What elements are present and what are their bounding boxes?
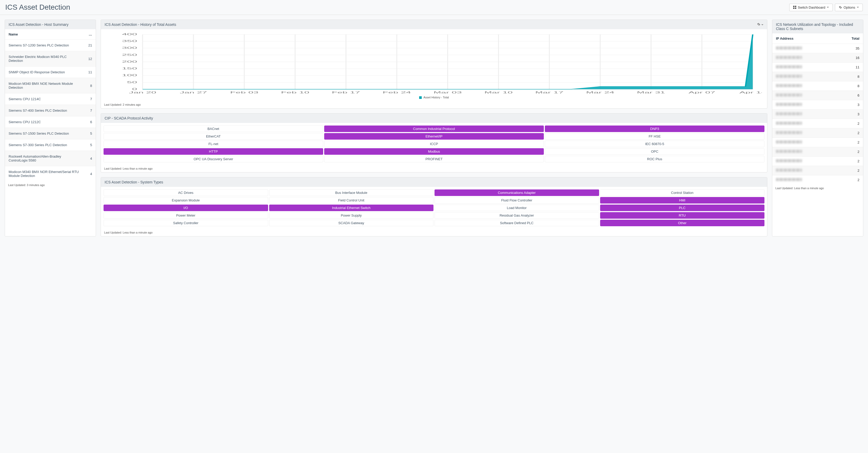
svg-text:100: 100 xyxy=(122,74,137,77)
svg-text:Mar 10: Mar 10 xyxy=(484,91,513,94)
table-row[interactable]: 11 xyxy=(772,62,863,72)
table-row[interactable]: 2 xyxy=(772,119,863,128)
svg-text:Apr 14: Apr 14 xyxy=(739,91,762,94)
system-type-cell[interactable]: Other xyxy=(600,220,765,226)
table-row[interactable]: Siemens S7-1500 Series PLC Detection5 xyxy=(5,128,96,139)
row-name: Siemens CPU 1214C xyxy=(9,97,82,101)
system-type-cell[interactable]: RTU xyxy=(600,212,765,219)
protocol-cell[interactable]: ICCP xyxy=(324,141,544,147)
system-type-cell[interactable]: Power Supply xyxy=(269,212,434,219)
system-type-cell[interactable]: PLC xyxy=(600,205,765,211)
svg-text:250: 250 xyxy=(122,54,137,56)
system-type-cell[interactable]: SCADA Gateway xyxy=(269,220,434,226)
system-type-cell[interactable]: AC Drives xyxy=(103,189,268,196)
table-row[interactable]: Siemens S7-1200 Series PLC Detection21 xyxy=(5,39,96,51)
protocol-cell[interactable]: Ethernet/IP xyxy=(324,133,544,140)
col-more[interactable]: … xyxy=(82,32,92,36)
system-type-cell[interactable]: Fluid Flow Controller xyxy=(435,197,599,204)
system-type-cell[interactable]: Safety Controller xyxy=(103,220,268,226)
protocol-cell[interactable]: HTTP xyxy=(103,148,323,155)
table-row[interactable]: 2 xyxy=(772,128,863,138)
protocol-cell[interactable]: PROFINET xyxy=(324,156,544,162)
table-row[interactable]: Siemens CPU 1212C6 xyxy=(5,116,96,128)
host-summary-panel: ICS Asset Detection - Host Summary Name … xyxy=(5,20,96,236)
row-total: 2 xyxy=(849,159,859,163)
panel-footer: Last Updated: Less than a minute ago xyxy=(101,165,767,172)
row-ip xyxy=(776,112,849,116)
protocol-cell[interactable]: IEC 60870-5 xyxy=(545,141,765,147)
table-row[interactable]: 2 xyxy=(772,147,863,156)
row-value: 8 xyxy=(82,84,92,88)
svg-text:50: 50 xyxy=(127,81,137,84)
system-type-cell[interactable]: Industrial Ethernet Switch xyxy=(269,205,434,211)
system-type-cell[interactable]: Communications Adapter xyxy=(435,189,599,196)
gear-icon xyxy=(757,23,760,26)
panel-title: ICS Asset Detection - System Types xyxy=(104,180,163,184)
table-row[interactable]: Schneider Electric Modicon M340 PLC Dete… xyxy=(5,51,96,66)
table-row[interactable]: 16 xyxy=(772,53,863,62)
col-name[interactable]: Name xyxy=(9,32,82,36)
svg-text:Mar 03: Mar 03 xyxy=(433,91,462,94)
table-row[interactable]: Modicon M340 BMX NOR Ethernet/Serial RTU… xyxy=(5,166,96,181)
protocol-cell[interactable]: BACnet xyxy=(103,125,323,132)
protocol-cell[interactable]: DNP3 xyxy=(545,125,765,132)
table-row[interactable]: 35 xyxy=(772,43,863,53)
table-row[interactable]: 2 xyxy=(772,166,863,175)
system-type-cell[interactable]: Control Station xyxy=(600,189,765,196)
switch-dashboard-button[interactable]: Switch Dashboard xyxy=(789,4,833,11)
system-type-cell[interactable]: I/O xyxy=(103,205,268,211)
header-buttons: Switch Dashboard Options xyxy=(789,4,863,11)
row-name: Siemens S7-300 Series PLC Detection xyxy=(9,143,82,147)
system-type-cell[interactable]: Power Meter xyxy=(103,212,268,219)
svg-text:350: 350 xyxy=(122,40,137,42)
table-row[interactable]: Siemens S7-400 Series PLC Detection7 xyxy=(5,104,96,116)
history-chart[interactable]: 050100150200250300350400Jan 20Jan 27Feb … xyxy=(106,32,762,94)
protocol-cell[interactable]: FL-net xyxy=(103,141,323,147)
table-row[interactable]: SNMP Object ID Response Detection11 xyxy=(5,66,96,78)
panel-header: CIP - SCADA Protocol Activity xyxy=(101,114,767,123)
table-row[interactable]: 8 xyxy=(772,81,863,91)
system-type-cell[interactable]: HMI xyxy=(600,197,765,204)
system-type-cell[interactable]: Residual Gas Analyzer xyxy=(435,212,599,219)
row-value: 7 xyxy=(82,97,92,101)
table-row[interactable]: Modicon M340 BMX NOE Network Module Dete… xyxy=(5,78,96,93)
svg-text:Feb 17: Feb 17 xyxy=(332,91,360,94)
system-type-cell[interactable]: Software Defined PLC xyxy=(435,220,599,226)
table-row[interactable]: 3 xyxy=(772,109,863,119)
row-ip xyxy=(776,47,849,50)
table-row[interactable]: 2 xyxy=(772,138,863,147)
table-row[interactable]: 8 xyxy=(772,72,863,81)
table-row[interactable]: 2 xyxy=(772,175,863,184)
row-total: 2 xyxy=(849,141,859,144)
chevron-down-icon xyxy=(827,6,829,8)
options-button[interactable]: Options xyxy=(835,4,863,11)
protocol-cell[interactable]: EtherCAT xyxy=(103,133,323,140)
table-row[interactable]: Rockwell Automation/Allen-Bradley Contro… xyxy=(5,151,96,166)
row-value: 5 xyxy=(82,143,92,147)
protocol-cell[interactable]: Common Industrial Protocol xyxy=(324,125,544,132)
subnets-panel: ICS Network Utilization and Topology - I… xyxy=(772,20,863,236)
protocol-cell[interactable]: OPC UA Discovery Server xyxy=(103,156,323,162)
table-row[interactable]: 3 xyxy=(772,100,863,109)
col-total[interactable]: Total xyxy=(849,36,859,40)
system-type-cell[interactable]: Bus Interface Module xyxy=(269,189,434,196)
system-type-cell[interactable]: Field Control Unit xyxy=(269,197,434,204)
row-name: Siemens S7-1200 Series PLC Detection xyxy=(9,43,82,47)
row-total: 35 xyxy=(849,47,859,50)
table-row[interactable]: Siemens CPU 1214C7 xyxy=(5,93,96,104)
system-type-cell[interactable]: Load Monitor xyxy=(435,205,599,211)
panel-header: ICS Asset Detection - Host Summary xyxy=(5,20,96,29)
protocol-cell[interactable]: FF HSE xyxy=(545,133,765,140)
protocol-cell[interactable]: OPC xyxy=(545,148,765,155)
panel-body: IP Address Total 351611886332222222 xyxy=(772,33,863,184)
table-row[interactable]: 6 xyxy=(772,91,863,100)
table-row[interactable]: Siemens S7-300 Series PLC Detection5 xyxy=(5,139,96,151)
row-value: 12 xyxy=(82,57,92,61)
system-type-cell[interactable]: Expansion Module xyxy=(103,197,268,204)
panel-settings-button[interactable] xyxy=(757,23,764,27)
col-ip[interactable]: IP Address xyxy=(776,36,849,40)
protocol-cell[interactable]: ROC Plus xyxy=(545,156,765,162)
row-name: Siemens S7-1500 Series PLC Detection xyxy=(9,131,82,135)
table-row[interactable]: 2 xyxy=(772,156,863,166)
protocol-cell[interactable]: Modbus xyxy=(324,148,544,155)
